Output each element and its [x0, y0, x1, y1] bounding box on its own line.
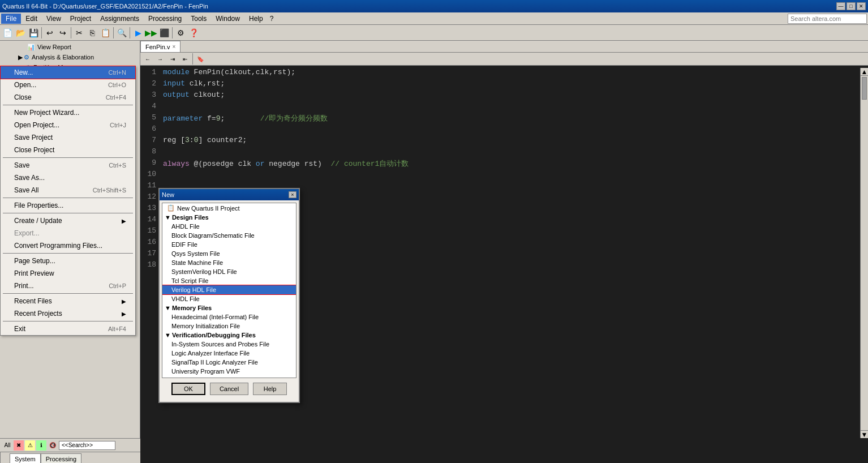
- dialog-item-signaltap[interactable]: SignalTap II Logic Analyzer File: [162, 358, 296, 367]
- save-btn[interactable]: 💾: [27, 27, 40, 39]
- msg-warning-btn[interactable]: ⚠: [25, 440, 35, 451]
- dialog-category-verification[interactable]: ▼ Verification/Debugging Files: [162, 331, 296, 340]
- dialog-item-logic-analyzer[interactable]: Logic Analyzer Interface File: [162, 349, 296, 358]
- msg-error-btn[interactable]: ✖: [14, 440, 24, 451]
- dialog-item-vwf[interactable]: University Program VWF: [162, 367, 296, 376]
- menu-new[interactable]: New... Ctrl+N: [1, 66, 135, 79]
- find-btn[interactable]: 🔍: [115, 27, 128, 39]
- dialog-item-new-project[interactable]: 📋New Quartus II Project: [162, 203, 296, 213]
- dialog-item-state-machine[interactable]: State Machine File: [162, 258, 296, 267]
- menu-exit[interactable]: Exit Alt+F4: [1, 323, 135, 335]
- help-btn[interactable]: ❓: [187, 27, 200, 39]
- dialog-item-ahdl[interactable]: AHDL File: [162, 222, 296, 231]
- menu-save-project[interactable]: Save Project: [1, 131, 135, 144]
- code-btn-1[interactable]: ←: [141, 53, 154, 65]
- menu-print-preview[interactable]: Print Preview: [1, 267, 135, 280]
- msg-suppressed-btn[interactable]: 🔇: [48, 440, 58, 451]
- undo-btn[interactable]: ↩: [44, 27, 56, 39]
- dialog-item-edif[interactable]: EDIF File: [162, 240, 296, 249]
- dialog-list[interactable]: 📋New Quartus II Project ▼ Design Files A…: [162, 203, 297, 378]
- code-line-5: 5 parameter f=9; //即为奇分频分频数: [140, 113, 868, 125]
- dialog-ok-btn[interactable]: OK: [171, 383, 205, 395]
- msg-info-btn[interactable]: ℹ: [36, 440, 46, 451]
- run-btn[interactable]: ▶▶: [145, 27, 157, 39]
- menu-save[interactable]: Save Ctrl+S: [1, 159, 135, 172]
- dialog-cancel-btn[interactable]: Cancel: [210, 383, 248, 395]
- code-btn-2[interactable]: →: [154, 53, 166, 65]
- menu-assignments[interactable]: Assignments: [96, 14, 144, 24]
- redo-btn[interactable]: ↪: [57, 27, 69, 39]
- menu-recent-files[interactable]: Recent Files ▶: [1, 295, 135, 307]
- sep-2: [3, 157, 133, 158]
- menu-close[interactable]: Close Ctrl+F4: [1, 91, 135, 104]
- menu-tools[interactable]: Tools: [186, 14, 211, 24]
- msg-all-btn[interactable]: All: [2, 440, 12, 451]
- tab-processing[interactable]: Processing: [41, 453, 81, 463]
- menu-create-update[interactable]: Create / Update ▶: [1, 215, 135, 227]
- menu-convert-programming[interactable]: Convert Programming Files...: [1, 239, 135, 252]
- help-icon[interactable]: ?: [268, 15, 276, 23]
- dialog-item-verilog[interactable]: Verilog HDL File: [162, 285, 296, 294]
- code-line-10: 10: [140, 170, 868, 181]
- menu-processing[interactable]: Processing: [144, 14, 186, 24]
- code-indent-btn[interactable]: ⇥: [166, 53, 179, 65]
- dialog-close-btn[interactable]: ×: [289, 191, 297, 198]
- minimize-btn[interactable]: —: [836, 2, 845, 10]
- menu-project[interactable]: Project: [66, 14, 96, 24]
- close-window-btn[interactable]: ✕: [857, 2, 866, 10]
- sep-1: [3, 105, 133, 105]
- dialog-category-design[interactable]: ▼ Design Files: [162, 213, 296, 222]
- menu-save-as[interactable]: Save As...: [1, 172, 135, 184]
- new-dialog: New × 📋New Quartus II Project ▼ Design F…: [158, 188, 300, 403]
- menu-page-setup[interactable]: Page Setup...: [1, 255, 135, 267]
- window-controls: — □ ✕: [836, 2, 866, 10]
- dialog-category-memory[interactable]: ▼ Memory Files: [162, 303, 296, 312]
- code-line-8: 8: [140, 147, 868, 158]
- open-file-btn[interactable]: 📂: [14, 27, 27, 39]
- menu-help[interactable]: Help: [244, 14, 268, 24]
- code-bookmark-btn[interactable]: 🔖: [194, 53, 207, 65]
- menu-open[interactable]: Open... Ctrl+O: [1, 79, 135, 91]
- tab-system[interactable]: System: [10, 453, 41, 463]
- paste-btn[interactable]: 📋: [99, 27, 111, 39]
- menu-edit[interactable]: Edit: [21, 14, 42, 24]
- stop-btn[interactable]: ⬛: [158, 27, 170, 39]
- cut-btn[interactable]: ✂: [73, 27, 85, 39]
- new-file-btn[interactable]: 📄: [1, 27, 14, 39]
- tree-analysis-elaboration[interactable]: ▶ ⚙Analysis & Elaboration: [0, 52, 140, 62]
- dialog-item-hex[interactable]: Hexadecimal (Intel-Format) File: [162, 312, 296, 321]
- dialog-item-systemverilog[interactable]: SystemVerilog HDL File: [162, 267, 296, 276]
- dialog-item-mif[interactable]: Memory Initialization File: [162, 321, 296, 331]
- menu-file-properties[interactable]: File Properties...: [1, 199, 135, 212]
- menu-file[interactable]: File: [1, 14, 21, 24]
- settings-btn[interactable]: ⚙: [174, 27, 187, 39]
- search-input[interactable]: [788, 14, 867, 24]
- msg-search-input[interactable]: [59, 441, 115, 450]
- dialog-item-block-diagram[interactable]: Block Diagram/Schematic File: [162, 231, 296, 240]
- code-outdent-btn[interactable]: ⇤: [179, 53, 191, 65]
- menu-close-project[interactable]: Close Project: [1, 144, 135, 156]
- code-tab-fenpin[interactable]: FenPin.v ×: [140, 41, 181, 52]
- menu-save-all[interactable]: Save All Ctrl+Shift+S: [1, 184, 135, 196]
- tab-close-btn[interactable]: ×: [172, 44, 175, 50]
- maximize-btn[interactable]: □: [846, 2, 856, 10]
- menu-open-project[interactable]: Open Project... Ctrl+J: [1, 119, 135, 131]
- dialog-item-insystem[interactable]: In-System Sources and Probes File: [162, 340, 296, 349]
- scroll-thumb[interactable]: [862, 77, 867, 100]
- menu-window[interactable]: Window: [211, 14, 244, 24]
- dialog-item-qsys[interactable]: Qsys System File: [162, 249, 296, 258]
- scroll-up-btn[interactable]: ▲: [861, 68, 868, 76]
- scroll-down-btn[interactable]: ▼: [861, 430, 868, 438]
- dialog-help-btn[interactable]: Help: [253, 383, 287, 395]
- menu-new-project-wizard[interactable]: New Project Wizard...: [1, 106, 135, 119]
- menu-recent-projects[interactable]: Recent Projects ▶: [1, 307, 135, 320]
- tree-view-report-1[interactable]: 📊View Report: [0, 42, 140, 52]
- menu-view[interactable]: View: [42, 14, 66, 24]
- menu-print[interactable]: Print... Ctrl+P: [1, 280, 135, 292]
- messages-vertical-label[interactable]: Messages: [0, 452, 10, 463]
- compile-btn[interactable]: ▶: [132, 27, 144, 39]
- dialog-item-vhdl[interactable]: VHDL File: [162, 294, 296, 303]
- dialog-item-tcl[interactable]: Tcl Script File: [162, 276, 296, 285]
- dialog-title: New: [162, 191, 174, 198]
- copy-btn[interactable]: ⎘: [86, 27, 98, 39]
